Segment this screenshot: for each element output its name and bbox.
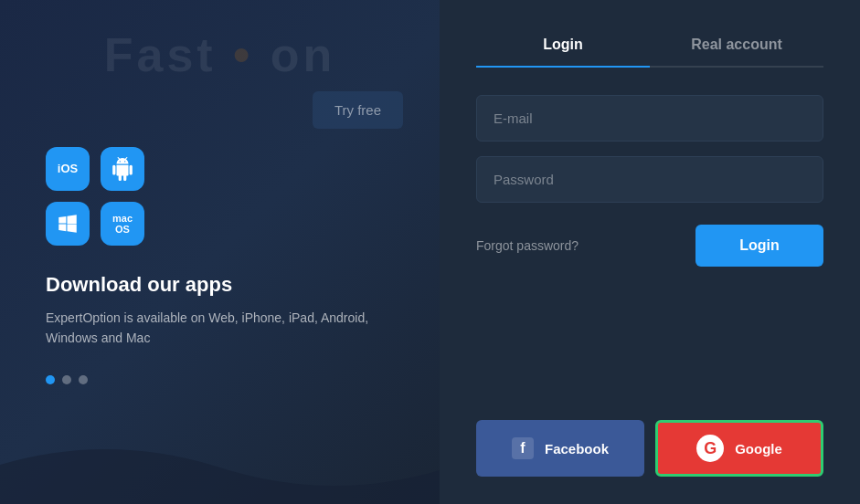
- android-icon: [101, 147, 144, 191]
- google-icon: G: [696, 435, 724, 462]
- ios-icon: iOS: [46, 147, 90, 191]
- google-button[interactable]: G Google: [655, 420, 823, 477]
- download-description: ExpertOption is available on Web, iPhone…: [46, 308, 403, 349]
- download-title: Download our apps: [46, 273, 403, 297]
- android-svg: [111, 157, 134, 181]
- social-buttons: f Facebook G Google: [476, 420, 823, 477]
- facebook-button[interactable]: f Facebook: [476, 420, 644, 477]
- carousel-dots: [46, 375, 403, 384]
- tab-login[interactable]: Login: [476, 27, 650, 68]
- email-group: [476, 95, 823, 142]
- forgot-password-link[interactable]: Forgot password?: [476, 238, 579, 253]
- dot-1[interactable]: [46, 375, 55, 384]
- background-text: Fast • on: [0, 27, 440, 82]
- facebook-icon: f: [512, 437, 534, 459]
- windows-icon: [46, 202, 90, 246]
- social-spacer: [476, 294, 823, 420]
- right-panel: Login Real account Forgot password? Logi…: [440, 0, 860, 504]
- windows-svg: [56, 212, 80, 236]
- password-input[interactable]: [476, 156, 823, 203]
- facebook-label: Facebook: [545, 441, 609, 457]
- tab-bar: Login Real account: [476, 27, 823, 68]
- form-actions: Forgot password? Login: [476, 225, 823, 267]
- dot-3[interactable]: [79, 375, 88, 384]
- app-icons-grid: iOS macOS: [46, 147, 403, 246]
- macos-icon: macOS: [101, 202, 144, 246]
- login-button[interactable]: Login: [695, 225, 823, 267]
- app-container: Fast • on Try free iOS macOS: [0, 0, 860, 504]
- tab-real-account[interactable]: Real account: [650, 27, 823, 68]
- email-input[interactable]: [476, 95, 823, 142]
- password-group: [476, 156, 823, 203]
- left-panel: Fast • on Try free iOS macOS: [0, 0, 440, 504]
- dot-2[interactable]: [62, 375, 71, 384]
- google-label: Google: [735, 441, 782, 457]
- try-free-button[interactable]: Try free: [313, 91, 403, 129]
